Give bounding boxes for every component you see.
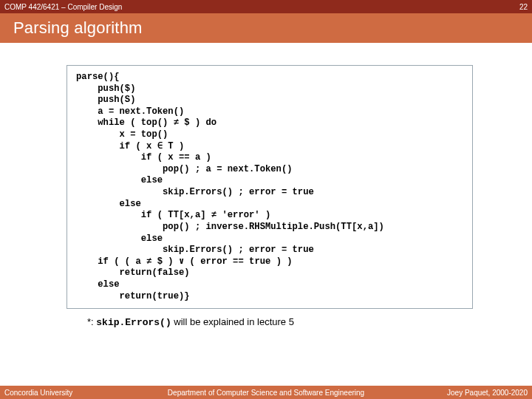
algorithm-code: parse(){ push($) push(S) a = next.Token(… [76,72,463,302]
footnote: *: skip.Errors() will be explained in le… [87,316,473,328]
slide-title: Parsing algorithm [13,18,143,38]
top-bar: COMP 442/6421 – Compiler Design 22 [0,0,532,13]
footnote-fn: skip.Errors() [96,317,171,328]
slide: COMP 442/6421 – Compiler Design 22 Parsi… [0,0,532,399]
course-label: COMP 442/6421 – Compiler Design [4,3,122,11]
bottom-bar: Concordia University Department of Compu… [0,386,532,399]
title-bar: Parsing algorithm [0,13,532,43]
code-box: parse(){ push($) push(S) a = next.Token(… [66,65,473,309]
slide-body: parse(){ push($) push(S) a = next.Token(… [0,43,532,399]
footnote-prefix: *: [87,316,96,327]
footer-left: Concordia University [4,389,72,397]
footer-right: Joey Paquet, 2000-2020 [447,389,528,397]
page-number: 22 [519,3,528,11]
footnote-suffix: will be explained in lecture 5 [171,316,294,327]
